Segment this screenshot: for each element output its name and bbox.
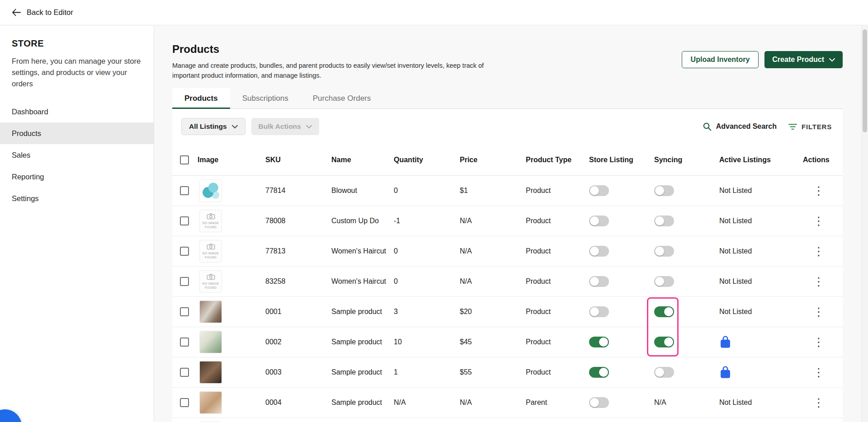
- tab-products[interactable]: Products: [172, 88, 230, 108]
- cell-name: Sample product: [331, 399, 394, 407]
- cell-price: N/A: [460, 217, 526, 225]
- product-image: [199, 391, 222, 414]
- cell-name: Sample product: [331, 308, 394, 316]
- topbar: Back to Editor: [0, 0, 868, 25]
- all-listings-label: All Listings: [189, 122, 227, 131]
- filters-button[interactable]: FILTERS: [788, 123, 832, 131]
- row-checkbox[interactable]: [180, 247, 189, 256]
- store-listing-toggle[interactable]: [589, 367, 609, 378]
- sidebar-item-products[interactable]: Products: [0, 122, 154, 144]
- store-listing-toggle[interactable]: [589, 216, 609, 226]
- cell-product-type: Product: [526, 187, 589, 195]
- store-bag-icon[interactable]: [719, 335, 731, 349]
- upload-inventory-button[interactable]: Upload Inventory: [682, 51, 759, 68]
- sidebar: STORE From here, you can manage your sto…: [0, 26, 154, 422]
- page-title: Products: [172, 43, 511, 56]
- advanced-search-button[interactable]: Advanced Search: [703, 122, 777, 131]
- select-all-checkbox[interactable]: [180, 155, 189, 164]
- cell-name: Sample product: [331, 338, 394, 346]
- table-header-row: ImageSKUNameQuantityPriceProduct TypeSto…: [172, 144, 843, 176]
- row-actions-menu[interactable]: ⋮: [803, 366, 825, 378]
- sidebar-item-settings[interactable]: Settings: [0, 188, 154, 209]
- cell-quantity: 1: [394, 368, 460, 376]
- row-actions-menu[interactable]: ⋮: [803, 276, 825, 287]
- cell-sku: 83258: [265, 277, 331, 286]
- camera-icon: [207, 243, 215, 250]
- cell-quantity: -1: [394, 217, 460, 225]
- product-image: [199, 331, 222, 353]
- cell-quantity: N/A: [394, 399, 460, 407]
- cell-active-listings: Not Listed: [719, 187, 803, 195]
- bulk-actions-dropdown[interactable]: Bulk Actions: [251, 118, 319, 135]
- syncing-toggle[interactable]: [654, 216, 674, 226]
- cell-price: $20: [460, 308, 526, 316]
- table-row: NO IMAGE FOUND83258Women's Haircut0N/APr…: [172, 267, 843, 297]
- search-icon: [703, 122, 712, 131]
- store-listing-toggle[interactable]: [589, 337, 609, 347]
- row-actions-menu[interactable]: ⋮: [803, 397, 825, 408]
- row-checkbox[interactable]: [180, 338, 189, 347]
- product-image: [199, 179, 222, 202]
- column-header-sku: SKU: [265, 156, 331, 164]
- cell-active-listings: Not Listed: [719, 247, 803, 255]
- sidebar-description: From here, you can manage your store set…: [12, 56, 142, 89]
- store-listing-toggle[interactable]: [589, 276, 609, 287]
- products-table-card: All Listings Bulk Actions Advanced Sear: [172, 109, 843, 422]
- column-header-image: Image: [198, 156, 265, 164]
- cell-sku: 77814: [265, 187, 331, 195]
- page-scrollbar[interactable]: [861, 26, 868, 422]
- row-actions-menu[interactable]: ⋮: [803, 336, 825, 348]
- store-listing-toggle[interactable]: [589, 246, 609, 257]
- filters-label: FILTERS: [802, 123, 832, 131]
- row-checkbox[interactable]: [180, 277, 189, 286]
- table-row: 0002Sample product10$45Product⋮: [172, 327, 843, 357]
- syncing-toggle[interactable]: [654, 306, 674, 317]
- syncing-toggle[interactable]: [654, 337, 674, 347]
- row-checkbox[interactable]: [180, 307, 189, 316]
- sidebar-item-reporting[interactable]: Reporting: [0, 166, 154, 188]
- store-listing-toggle[interactable]: [589, 185, 609, 196]
- product-image: NO IMAGE FOUND: [199, 270, 222, 293]
- store-listing-toggle[interactable]: [589, 306, 609, 317]
- row-checkbox[interactable]: [180, 216, 189, 225]
- column-header-store-listing: Store Listing: [589, 156, 654, 164]
- column-header-quantity: Quantity: [394, 156, 460, 164]
- row-checkbox[interactable]: [180, 186, 189, 195]
- tab-subscriptions[interactable]: Subscriptions: [230, 88, 301, 108]
- cell-quantity: 10: [394, 338, 460, 346]
- scrollbar-thumb[interactable]: [863, 29, 867, 132]
- tab-purchase-orders[interactable]: Purchase Orders: [301, 88, 383, 108]
- all-listings-dropdown[interactable]: All Listings: [181, 118, 245, 135]
- back-to-editor-button[interactable]: Back to Editor: [12, 8, 73, 17]
- store-listing-toggle[interactable]: [589, 397, 609, 408]
- table-toolbar: All Listings Bulk Actions Advanced Sear: [172, 109, 843, 144]
- row-actions-menu[interactable]: ⋮: [803, 215, 825, 227]
- row-checkbox[interactable]: [180, 398, 189, 407]
- main-content: Products Manage and create products, bun…: [154, 26, 868, 422]
- cell-active-listings: Not Listed: [719, 308, 803, 316]
- column-header-name: Name: [331, 156, 394, 164]
- syncing-toggle[interactable]: [654, 367, 674, 378]
- column-header-actions: Actions: [803, 156, 843, 164]
- create-product-button[interactable]: Create Product: [764, 51, 843, 68]
- cell-sku: 77813: [265, 247, 331, 255]
- cell-product-type: Product: [526, 217, 589, 225]
- cell-quantity: 0: [394, 247, 460, 255]
- syncing-toggle[interactable]: [654, 276, 674, 287]
- sidebar-item-dashboard[interactable]: Dashboard: [0, 101, 154, 122]
- cell-price: $45: [460, 338, 526, 346]
- product-image: NO IMAGE FOUND: [199, 210, 222, 232]
- advanced-search-label: Advanced Search: [716, 122, 777, 131]
- row-actions-menu[interactable]: ⋮: [803, 245, 825, 257]
- row-actions-menu[interactable]: ⋮: [803, 185, 825, 197]
- syncing-toggle[interactable]: [654, 246, 674, 257]
- sidebar-item-sales[interactable]: Sales: [0, 144, 154, 166]
- column-header-price: Price: [460, 156, 526, 164]
- row-actions-menu[interactable]: ⋮: [803, 306, 825, 318]
- syncing-toggle[interactable]: [654, 185, 674, 196]
- row-checkbox[interactable]: [180, 368, 189, 377]
- store-bag-icon[interactable]: [719, 366, 731, 379]
- cell-quantity: 0: [394, 187, 460, 195]
- table-row: 0003Sample product1$55Product⋮: [172, 357, 843, 388]
- cell-sku: 0001: [265, 308, 331, 316]
